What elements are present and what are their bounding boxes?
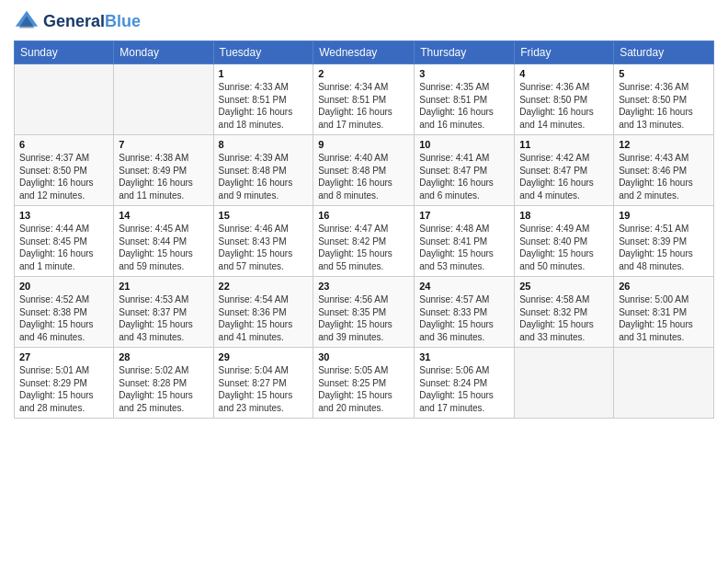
- day-info: Sunrise: 5:04 AM Sunset: 8:27 PM Dayligh…: [219, 364, 309, 414]
- calendar-cell: 15Sunrise: 4:46 AM Sunset: 8:43 PM Dayli…: [213, 206, 313, 277]
- calendar-cell: 26Sunrise: 5:00 AM Sunset: 8:31 PM Dayli…: [614, 277, 714, 348]
- day-info: Sunrise: 4:41 AM Sunset: 8:47 PM Dayligh…: [419, 152, 509, 201]
- logo-text: GeneralBlue: [43, 13, 141, 31]
- calendar-cell: 28Sunrise: 5:02 AM Sunset: 8:28 PM Dayli…: [114, 348, 213, 419]
- calendar-table: SundayMondayTuesdayWednesdayThursdayFrid…: [14, 40, 714, 419]
- day-number: 26: [619, 281, 709, 292]
- calendar-cell: 17Sunrise: 4:48 AM Sunset: 8:41 PM Dayli…: [415, 206, 515, 277]
- calendar-cell: 11Sunrise: 4:42 AM Sunset: 8:47 PM Dayli…: [515, 135, 614, 206]
- day-info: Sunrise: 4:38 AM Sunset: 8:49 PM Dayligh…: [119, 152, 208, 201]
- day-number: 17: [419, 210, 509, 221]
- calendar-cell: 1Sunrise: 4:33 AM Sunset: 8:51 PM Daylig…: [213, 64, 313, 135]
- calendar-cell: 31Sunrise: 5:06 AM Sunset: 8:24 PM Dayli…: [415, 348, 515, 419]
- day-number: 25: [519, 281, 609, 292]
- day-info: Sunrise: 4:54 AM Sunset: 8:36 PM Dayligh…: [219, 293, 309, 343]
- day-number: 30: [318, 351, 409, 362]
- day-number: 6: [19, 139, 108, 150]
- calendar-cell: 2Sunrise: 4:34 AM Sunset: 8:51 PM Daylig…: [313, 64, 415, 135]
- day-number: 3: [419, 68, 509, 79]
- day-info: Sunrise: 4:39 AM Sunset: 8:48 PM Dayligh…: [219, 152, 309, 201]
- calendar-cell: [515, 348, 614, 419]
- calendar-cell: 19Sunrise: 4:51 AM Sunset: 8:39 PM Dayli…: [614, 206, 714, 277]
- day-number: 23: [318, 281, 409, 292]
- day-info: Sunrise: 4:45 AM Sunset: 8:44 PM Dayligh…: [119, 223, 208, 272]
- weekday-header-row: SundayMondayTuesdayWednesdayThursdayFrid…: [15, 41, 714, 64]
- day-number: 16: [318, 210, 409, 221]
- calendar-cell: [15, 64, 114, 135]
- week-row-4: 20Sunrise: 4:52 AM Sunset: 8:38 PM Dayli…: [15, 277, 714, 348]
- day-info: Sunrise: 4:36 AM Sunset: 8:50 PM Dayligh…: [519, 81, 609, 131]
- day-info: Sunrise: 4:49 AM Sunset: 8:40 PM Dayligh…: [519, 223, 609, 272]
- day-info: Sunrise: 4:56 AM Sunset: 8:35 PM Dayligh…: [318, 293, 409, 343]
- day-number: 2: [318, 68, 409, 79]
- calendar-cell: 10Sunrise: 4:41 AM Sunset: 8:47 PM Dayli…: [415, 135, 515, 206]
- calendar-cell: 24Sunrise: 4:57 AM Sunset: 8:33 PM Dayli…: [415, 277, 515, 348]
- day-info: Sunrise: 4:34 AM Sunset: 8:51 PM Dayligh…: [318, 81, 409, 131]
- day-info: Sunrise: 4:57 AM Sunset: 8:33 PM Dayligh…: [419, 293, 509, 343]
- weekday-header-wednesday: Wednesday: [313, 41, 415, 64]
- day-number: 29: [219, 351, 309, 362]
- day-number: 14: [119, 210, 208, 221]
- logo: GeneralBlue: [14, 9, 141, 35]
- header: GeneralBlue: [14, 9, 714, 35]
- day-info: Sunrise: 4:46 AM Sunset: 8:43 PM Dayligh…: [219, 223, 309, 272]
- day-info: Sunrise: 4:48 AM Sunset: 8:41 PM Dayligh…: [419, 223, 509, 272]
- calendar-cell: 14Sunrise: 4:45 AM Sunset: 8:44 PM Dayli…: [114, 206, 213, 277]
- day-number: 5: [619, 68, 709, 79]
- calendar-cell: 4Sunrise: 4:36 AM Sunset: 8:50 PM Daylig…: [515, 64, 614, 135]
- day-number: 12: [619, 139, 709, 150]
- day-info: Sunrise: 4:33 AM Sunset: 8:51 PM Dayligh…: [219, 81, 309, 131]
- day-info: Sunrise: 4:52 AM Sunset: 8:38 PM Dayligh…: [19, 293, 108, 343]
- weekday-header-tuesday: Tuesday: [213, 41, 313, 64]
- day-info: Sunrise: 4:47 AM Sunset: 8:42 PM Dayligh…: [318, 223, 409, 272]
- page: GeneralBlue SundayMondayTuesdayWednesday…: [0, 0, 728, 563]
- calendar-cell: 29Sunrise: 5:04 AM Sunset: 8:27 PM Dayli…: [213, 348, 313, 419]
- calendar-cell: 5Sunrise: 4:36 AM Sunset: 8:50 PM Daylig…: [614, 64, 714, 135]
- calendar-cell: 22Sunrise: 4:54 AM Sunset: 8:36 PM Dayli…: [213, 277, 313, 348]
- day-number: 22: [219, 281, 309, 292]
- day-number: 15: [219, 210, 309, 221]
- day-number: 9: [318, 139, 409, 150]
- calendar-cell: [614, 348, 714, 419]
- day-info: Sunrise: 4:53 AM Sunset: 8:37 PM Dayligh…: [119, 293, 208, 343]
- weekday-header-thursday: Thursday: [415, 41, 515, 64]
- day-info: Sunrise: 4:43 AM Sunset: 8:46 PM Dayligh…: [619, 152, 709, 201]
- day-info: Sunrise: 4:40 AM Sunset: 8:48 PM Dayligh…: [318, 152, 409, 201]
- day-info: Sunrise: 4:36 AM Sunset: 8:50 PM Dayligh…: [619, 81, 709, 131]
- calendar-cell: 23Sunrise: 4:56 AM Sunset: 8:35 PM Dayli…: [313, 277, 415, 348]
- day-number: 27: [19, 351, 108, 362]
- calendar-cell: 12Sunrise: 4:43 AM Sunset: 8:46 PM Dayli…: [614, 135, 714, 206]
- calendar-cell: 13Sunrise: 4:44 AM Sunset: 8:45 PM Dayli…: [15, 206, 114, 277]
- week-row-1: 1Sunrise: 4:33 AM Sunset: 8:51 PM Daylig…: [15, 64, 714, 135]
- day-number: 11: [519, 139, 609, 150]
- calendar-cell: 7Sunrise: 4:38 AM Sunset: 8:49 PM Daylig…: [114, 135, 213, 206]
- day-info: Sunrise: 4:42 AM Sunset: 8:47 PM Dayligh…: [519, 152, 609, 201]
- day-info: Sunrise: 4:44 AM Sunset: 8:45 PM Dayligh…: [19, 223, 108, 272]
- logo-icon: [14, 9, 40, 35]
- calendar-cell: 3Sunrise: 4:35 AM Sunset: 8:51 PM Daylig…: [415, 64, 515, 135]
- day-info: Sunrise: 5:01 AM Sunset: 8:29 PM Dayligh…: [19, 364, 108, 414]
- calendar-cell: 27Sunrise: 5:01 AM Sunset: 8:29 PM Dayli…: [15, 348, 114, 419]
- weekday-header-monday: Monday: [114, 41, 213, 64]
- day-number: 21: [119, 281, 208, 292]
- day-number: 20: [19, 281, 108, 292]
- day-number: 13: [19, 210, 108, 221]
- day-number: 31: [419, 351, 509, 362]
- day-number: 18: [519, 210, 609, 221]
- day-number: 28: [119, 351, 208, 362]
- day-number: 7: [119, 139, 208, 150]
- calendar-cell: [114, 64, 213, 135]
- calendar-cell: 6Sunrise: 4:37 AM Sunset: 8:50 PM Daylig…: [15, 135, 114, 206]
- day-number: 8: [219, 139, 309, 150]
- weekday-header-friday: Friday: [515, 41, 614, 64]
- day-number: 10: [419, 139, 509, 150]
- calendar-cell: 18Sunrise: 4:49 AM Sunset: 8:40 PM Dayli…: [515, 206, 614, 277]
- calendar-cell: 25Sunrise: 4:58 AM Sunset: 8:32 PM Dayli…: [515, 277, 614, 348]
- calendar-cell: 8Sunrise: 4:39 AM Sunset: 8:48 PM Daylig…: [213, 135, 313, 206]
- day-info: Sunrise: 4:35 AM Sunset: 8:51 PM Dayligh…: [419, 81, 509, 131]
- weekday-header-saturday: Saturday: [614, 41, 714, 64]
- day-number: 1: [219, 68, 309, 79]
- day-number: 24: [419, 281, 509, 292]
- week-row-5: 27Sunrise: 5:01 AM Sunset: 8:29 PM Dayli…: [15, 348, 714, 419]
- day-number: 4: [519, 68, 609, 79]
